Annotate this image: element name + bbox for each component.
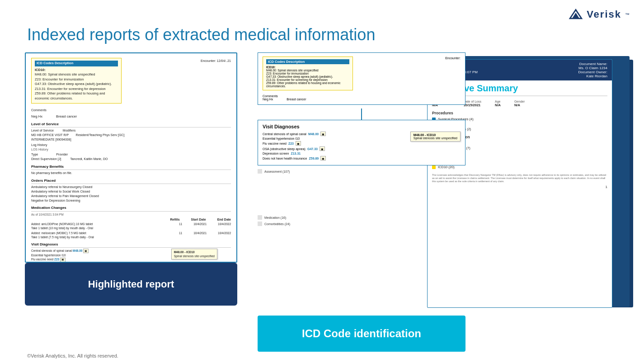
neg-hx-row: Neg Hx Breast cancer	[31, 114, 231, 119]
refills-header: Refills	[170, 217, 180, 222]
age-value: N/A	[495, 103, 501, 107]
left-doc-inner: ICD Codes Description ICD10: M48.00: Spi…	[26, 53, 236, 263]
logo-tm: ™	[625, 12, 630, 17]
comments-label: Comments	[31, 108, 47, 113]
assessment-row: Assessment (107)	[258, 169, 479, 174]
medication-row: Medication (16)	[258, 215, 479, 220]
end-date-header: End Date	[217, 217, 231, 222]
gender-value: N/A	[514, 103, 525, 107]
los-values: MD HB OFFICE VISIT R/P INTERMEDIATE [990…	[31, 133, 231, 142]
left-dx-items: Central stenosis of spinal canal M48.00 …	[31, 249, 231, 263]
right-section: Report Generated: by Jonah Dorsey on 02/…	[258, 52, 626, 324]
type-provider-row: Type Provider	[31, 152, 231, 157]
logo-label: Verisk	[587, 9, 621, 20]
type-provider-values: Direct Supervision [J] Tancredi, Kaitlin…	[31, 157, 231, 161]
start-date-header: Start Date	[191, 217, 206, 222]
main-content: ICD Codes Description ICD10: M48.00: Spi…	[0, 52, 644, 324]
med2-refills: 11	[179, 231, 182, 235]
med1-instruction: Take 1 tablet (10 mg total) by mouth dai…	[31, 226, 231, 230]
los-section-title: Level of Service	[31, 122, 231, 127]
center-dx-5: Does not have health insurance Z59.89 ▣	[263, 156, 461, 160]
los-resident: Resident/Teaching Phys Serv [GC]	[76, 133, 125, 142]
pharmacy-section-title: Pharmacy Benefits	[31, 164, 231, 170]
doc-name-label: Document Name:	[578, 62, 607, 66]
left-icd-box: ICD Codes Description ICD10: M48.00: Spi…	[31, 58, 122, 104]
center-icd-0: ICD10:	[266, 66, 349, 69]
med2-instruction: Take 1 tablet (7.5 mg total) by mouth da…	[31, 235, 231, 239]
center-icd-doc: ICD Codes Description ICD10: M48.00: Spi…	[258, 52, 465, 105]
left-document-preview: ICD Codes Description ICD10: M48.00: Spi…	[25, 52, 237, 263]
breast-cancer: Breast cancer	[56, 114, 77, 119]
left-tooltip: M48.00 - ICD10 Spinal stenosis site unsp…	[171, 249, 217, 259]
dx-icon-2: ▣	[60, 258, 66, 262]
left-icd-line-4: Z13.31: Encounter for screening for depr…	[35, 87, 118, 92]
as-of: As of 10/4/2021 3:04 PM	[31, 212, 231, 217]
med2-row: Added: meloxicam (MOBIC) 7.5 MG tablet 1…	[31, 231, 231, 239]
orders-section-title: Orders Placed	[31, 178, 231, 184]
left-section: ICD Codes Description ICD10: M48.00: Spi…	[18, 52, 244, 306]
medication-label: Medication (16)	[264, 216, 286, 219]
med-empty	[31, 217, 159, 222]
med2: Added: meloxicam (MOBIC) 7.5 MG tablet	[31, 231, 168, 235]
los-two-col: Level of Service Modifiers	[31, 128, 231, 133]
order-0: Ambulatory referral to Neurosurgery Clos…	[31, 185, 231, 189]
verisk-logo-icon	[569, 8, 583, 21]
assessment-dot	[258, 169, 262, 174]
visit-dx-list: Central stenosis of spinal canal M48.00 …	[263, 132, 461, 160]
icd-id-label: ICD Code identification	[302, 327, 421, 340]
order-2: Ambulatory referral to Pain Management C…	[31, 194, 231, 198]
dx-text-0: Central stenosis of spinal canal M48.00	[31, 249, 82, 252]
center-comments: Comments	[263, 94, 278, 98]
left-tooltip-code: M48.00 - ICD10	[174, 250, 215, 254]
assessment-label: Assessment (107)	[264, 170, 290, 173]
center-tooltip-desc: Spinal stenosis site unspecified	[414, 137, 457, 140]
center-icd-5: Z59.89: Other problems related to housin…	[266, 81, 349, 88]
center-dx-2: Flu vaccine need Z23 ▣	[263, 141, 461, 146]
center-tooltip-code: M48.00 - ICD10	[414, 133, 457, 137]
left-dx-3: OSA (obstructive sleep apnea) G47.33 ▣	[31, 262, 231, 263]
footer: ©Verisk Analytics, Inc. All rights reser…	[27, 353, 118, 358]
encounter-date: 12/04/..21	[217, 59, 231, 62]
los-modifiers: Modifiers	[63, 128, 75, 133]
encounter-label: Encounter:	[201, 59, 216, 62]
gender-label: Gender	[514, 100, 525, 103]
provider-value: Tancredi, Kaitlin Marie, DO	[70, 157, 108, 161]
icd-id-box: ICD Code identification	[258, 316, 465, 352]
comorbidities-row: Comorbidities (24)	[258, 222, 479, 226]
gender-col: Gender N/A	[514, 100, 525, 107]
center-encounter: Encounter:	[445, 57, 461, 60]
left-icd-line-5: Z59.89: Other problems related to housin…	[35, 91, 118, 101]
center-elements: ICD Codes Description ICD10: M48.00: Spi…	[258, 52, 479, 226]
left-visit-dx-title: Visit Diagnoses	[31, 242, 231, 248]
direct-supervision: Direct Supervision [J]	[31, 157, 61, 161]
center-icd-3: G47.33: Obstructive sleep apnea (adult) …	[266, 75, 349, 78]
center-dx-icon-0: ▣	[320, 132, 326, 136]
verisk-logo: Verisk™	[569, 8, 630, 21]
age-col: Age N/A	[495, 100, 501, 107]
center-dx-0: Central stenosis of spinal canal M48.00 …	[263, 132, 461, 136]
los-value: MD HB OFFICE VISIT R/P	[31, 133, 71, 137]
los-level: Level of Service	[31, 128, 54, 133]
doc-owner-label: Document Owner:	[578, 70, 607, 74]
med-changes-title: Medication Changes	[31, 205, 231, 211]
type-label: Type	[31, 152, 38, 157]
no-pharmacy: No pharmacy benefits on file.	[31, 171, 231, 175]
left-tooltip-desc: Spinal stenosis site unspecified	[174, 254, 215, 258]
center-encounter-label: Encounter:	[445, 57, 461, 60]
med2-start: 10/4/2021	[193, 231, 207, 235]
med1-refills: 11	[179, 222, 182, 226]
order-3: Negative for Depression Screening	[31, 198, 231, 203]
page-header: Verisk™	[0, 0, 644, 21]
center-breast-cancer: Breast cancer	[287, 98, 306, 101]
med-dot	[258, 215, 262, 220]
dx-code-0: M48.00	[73, 249, 83, 252]
left-icd-line-0: ICD10:	[35, 68, 118, 73]
med-headers: Refills Start Date End Date	[31, 217, 231, 222]
center-icd-2: Z23: Encounter for immunization	[266, 72, 349, 75]
center-icd-box: ICD Codes Description ICD10: M48.00: Spi…	[263, 57, 353, 90]
los-code: INTERMEDIATE [99094008]	[31, 137, 71, 142]
left-icd-line-2: Z23: Encounter for immunization	[35, 77, 118, 82]
order-1: Ambulatory referral to Social Work Close…	[31, 189, 231, 194]
page-title: Indexed reports of extracted medical inf…	[0, 21, 644, 52]
visit-dx-box: Visit Diagnoses Central stenosis of spin…	[258, 120, 465, 165]
